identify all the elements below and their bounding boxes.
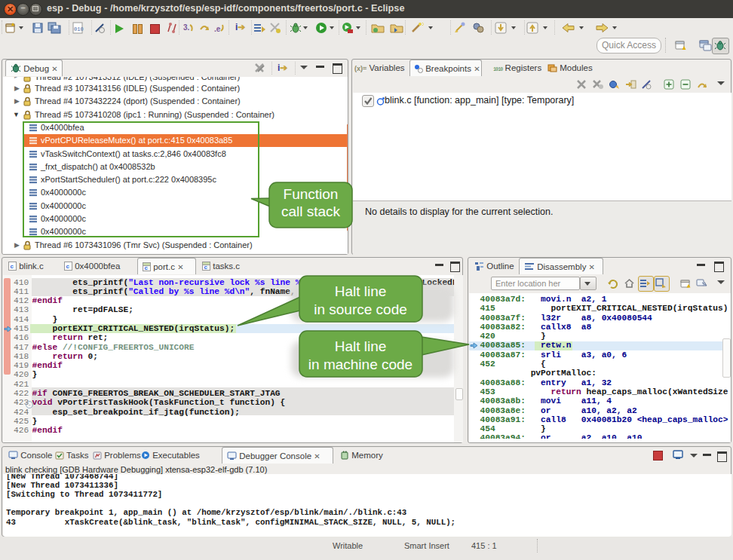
svg-text:010: 010 [74,26,84,32]
svg-text:c: c [145,265,149,271]
svg-text:Function: Function [284,186,339,202]
svg-text:c: c [11,263,14,270]
svg-text:c: c [66,263,70,270]
svg-text:c: c [204,264,208,271]
svg-text:in source code: in source code [314,301,407,317]
svg-text:in machine code: in machine code [308,357,413,372]
svg-text:.e: .e [214,25,221,33]
svg-text:3.: 3. [183,23,190,32]
svg-text:Halt line: Halt line [335,283,387,299]
svg-text:Halt line: Halt line [335,338,387,354]
svg-text:call stack: call stack [281,203,341,219]
